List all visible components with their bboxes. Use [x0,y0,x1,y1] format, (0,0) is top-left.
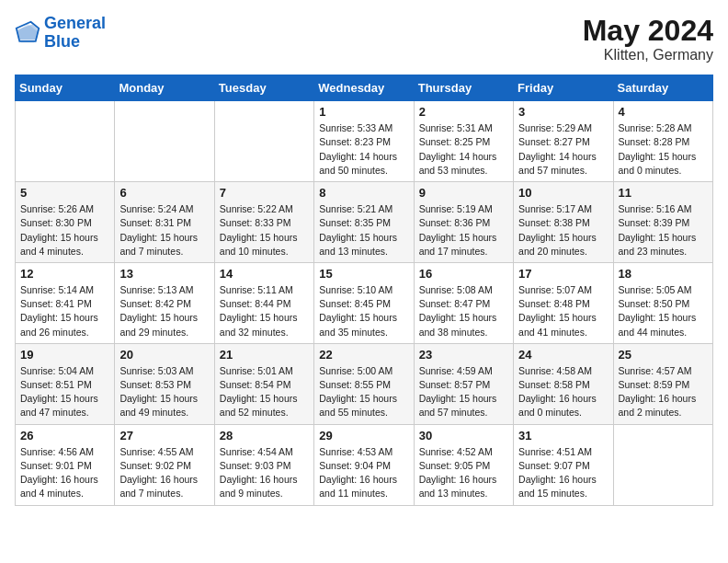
day-number: 2 [419,105,508,119]
location-title: Klitten, Germany [583,47,713,63]
day-cell-19: 19Sunrise: 5:04 AM Sunset: 8:51 PM Dayli… [16,343,115,424]
day-info: Sunrise: 5:17 AM Sunset: 8:38 PM Dayligh… [518,202,608,259]
day-number: 5 [20,186,109,200]
day-cell-3: 3Sunrise: 5:29 AM Sunset: 8:27 PM Daylig… [514,101,613,182]
empty-cell [16,101,115,182]
day-info: Sunrise: 5:04 AM Sunset: 8:51 PM Dayligh… [20,364,109,420]
day-info: Sunrise: 5:03 AM Sunset: 8:53 PM Dayligh… [119,364,209,420]
day-number: 1 [319,105,408,119]
day-info: Sunrise: 4:52 AM Sunset: 9:05 PM Dayligh… [419,445,508,501]
day-number: 29 [319,429,408,442]
day-info: Sunrise: 5:16 AM Sunset: 8:39 PM Dayligh… [619,202,708,259]
day-cell-17: 17Sunrise: 5:07 AM Sunset: 8:48 PM Dayli… [514,262,613,343]
day-info: Sunrise: 5:26 AM Sunset: 8:30 PM Dayligh… [20,202,109,259]
day-cell-22: 22Sunrise: 5:00 AM Sunset: 8:55 PM Dayli… [314,343,414,424]
logo-text: General Blue [44,15,106,52]
day-info: Sunrise: 5:22 AM Sunset: 8:33 PM Dayligh… [220,202,309,259]
header-day-friday: Friday [514,75,613,101]
day-cell-14: 14Sunrise: 5:11 AM Sunset: 8:44 PM Dayli… [214,262,313,343]
day-cell-9: 9Sunrise: 5:19 AM Sunset: 8:36 PM Daylig… [414,182,513,263]
header-day-saturday: Saturday [613,75,712,101]
header-row: SundayMondayTuesdayWednesdayThursdayFrid… [16,75,713,101]
title-block: May 2024 Klitten, Germany [583,15,713,63]
logo-blue: Blue [44,33,106,52]
day-number: 6 [119,186,209,200]
day-number: 23 [419,348,508,362]
day-cell-26: 26Sunrise: 4:56 AM Sunset: 9:01 PM Dayli… [16,424,115,505]
day-cell-10: 10Sunrise: 5:17 AM Sunset: 8:38 PM Dayli… [514,182,613,263]
logo-general: General [44,14,106,32]
day-info: Sunrise: 5:11 AM Sunset: 8:44 PM Dayligh… [220,283,309,339]
day-number: 26 [20,429,109,442]
day-number: 18 [619,267,708,281]
day-cell-4: 4Sunrise: 5:28 AM Sunset: 8:28 PM Daylig… [613,101,712,182]
week-row-5: 26Sunrise: 4:56 AM Sunset: 9:01 PM Dayli… [16,424,713,505]
day-info: Sunrise: 4:57 AM Sunset: 8:59 PM Dayligh… [619,364,708,420]
calendar-table: SundayMondayTuesdayWednesdayThursdayFrid… [15,75,713,505]
day-info: Sunrise: 4:51 AM Sunset: 9:07 PM Dayligh… [518,445,608,501]
day-number: 11 [619,186,708,200]
day-number: 8 [319,186,408,200]
week-row-2: 5Sunrise: 5:26 AM Sunset: 8:30 PM Daylig… [16,182,713,263]
day-info: Sunrise: 4:55 AM Sunset: 9:02 PM Dayligh… [119,445,209,501]
day-info: Sunrise: 5:00 AM Sunset: 8:55 PM Dayligh… [319,364,408,420]
day-info: Sunrise: 5:05 AM Sunset: 8:50 PM Dayligh… [619,283,708,339]
day-cell-24: 24Sunrise: 4:58 AM Sunset: 8:58 PM Dayli… [514,343,613,424]
day-number: 15 [319,267,408,281]
day-info: Sunrise: 5:24 AM Sunset: 8:31 PM Dayligh… [119,202,209,259]
day-cell-25: 25Sunrise: 4:57 AM Sunset: 8:59 PM Dayli… [613,343,712,424]
day-info: Sunrise: 5:13 AM Sunset: 8:42 PM Dayligh… [119,283,209,339]
day-info: Sunrise: 5:31 AM Sunset: 8:25 PM Dayligh… [419,121,508,178]
day-cell-30: 30Sunrise: 4:52 AM Sunset: 9:05 PM Dayli… [414,424,513,505]
day-cell-2: 2Sunrise: 5:31 AM Sunset: 8:25 PM Daylig… [414,101,513,182]
day-info: Sunrise: 4:59 AM Sunset: 8:57 PM Dayligh… [419,364,508,420]
day-cell-6: 6Sunrise: 5:24 AM Sunset: 8:31 PM Daylig… [115,182,214,263]
day-info: Sunrise: 5:07 AM Sunset: 8:48 PM Dayligh… [518,283,608,339]
day-info: Sunrise: 5:08 AM Sunset: 8:47 PM Dayligh… [419,283,508,339]
logo-icon [15,20,40,46]
day-info: Sunrise: 4:56 AM Sunset: 9:01 PM Dayligh… [20,445,109,501]
day-cell-20: 20Sunrise: 5:03 AM Sunset: 8:53 PM Dayli… [115,343,214,424]
day-number: 10 [518,186,608,200]
day-number: 21 [220,348,309,362]
week-row-4: 19Sunrise: 5:04 AM Sunset: 8:51 PM Dayli… [16,343,713,424]
day-number: 3 [518,105,608,119]
empty-cell [613,424,712,505]
week-row-1: 1Sunrise: 5:33 AM Sunset: 8:23 PM Daylig… [16,101,713,182]
day-number: 28 [220,429,309,442]
day-info: Sunrise: 5:14 AM Sunset: 8:41 PM Dayligh… [20,283,109,339]
empty-cell [214,101,313,182]
day-number: 24 [518,348,608,362]
day-number: 30 [419,429,508,442]
page-header: General Blue May 2024 Klitten, Germany [15,15,713,63]
day-number: 13 [119,267,209,281]
empty-cell [115,101,214,182]
header-day-tuesday: Tuesday [214,75,313,101]
day-number: 25 [619,348,708,362]
day-number: 20 [119,348,209,362]
day-info: Sunrise: 4:54 AM Sunset: 9:03 PM Dayligh… [220,445,309,501]
day-cell-5: 5Sunrise: 5:26 AM Sunset: 8:30 PM Daylig… [16,182,115,263]
header-day-wednesday: Wednesday [314,75,414,101]
logo: General Blue [15,15,106,52]
day-info: Sunrise: 5:29 AM Sunset: 8:27 PM Dayligh… [518,121,608,178]
month-title: May 2024 [583,15,713,47]
day-number: 14 [220,267,309,281]
day-info: Sunrise: 4:53 AM Sunset: 9:04 PM Dayligh… [319,445,408,501]
day-cell-13: 13Sunrise: 5:13 AM Sunset: 8:42 PM Dayli… [115,262,214,343]
day-cell-15: 15Sunrise: 5:10 AM Sunset: 8:45 PM Dayli… [314,262,414,343]
day-cell-18: 18Sunrise: 5:05 AM Sunset: 8:50 PM Dayli… [613,262,712,343]
day-number: 17 [518,267,608,281]
day-cell-12: 12Sunrise: 5:14 AM Sunset: 8:41 PM Dayli… [16,262,115,343]
day-number: 9 [419,186,508,200]
day-cell-28: 28Sunrise: 4:54 AM Sunset: 9:03 PM Dayli… [214,424,313,505]
day-number: 7 [220,186,309,200]
day-cell-8: 8Sunrise: 5:21 AM Sunset: 8:35 PM Daylig… [314,182,414,263]
header-day-sunday: Sunday [16,75,115,101]
day-cell-7: 7Sunrise: 5:22 AM Sunset: 8:33 PM Daylig… [214,182,313,263]
day-number: 16 [419,267,508,281]
day-info: Sunrise: 5:21 AM Sunset: 8:35 PM Dayligh… [319,202,408,259]
day-number: 12 [20,267,109,281]
day-number: 22 [319,348,408,362]
day-info: Sunrise: 5:28 AM Sunset: 8:28 PM Dayligh… [619,121,708,178]
